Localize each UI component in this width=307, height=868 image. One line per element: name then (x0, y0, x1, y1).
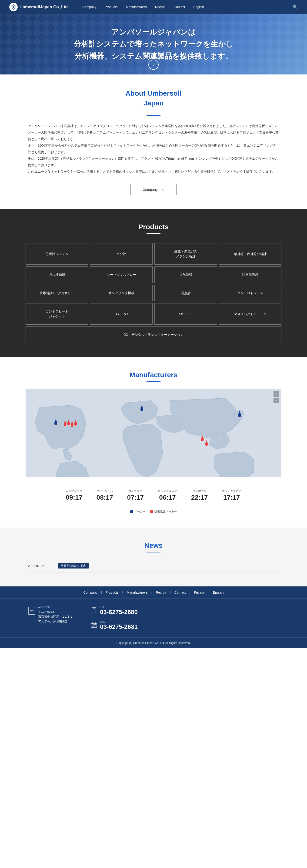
product-item[interactable]: 紫外線・赤外線分析計 (219, 243, 281, 265)
about-title: About Umbersoll Japan (28, 88, 279, 108)
legend-partner: 提携販売メーカー (150, 509, 177, 514)
legend-maker: メーカー (130, 509, 146, 514)
footer-nav-products[interactable]: Products (102, 591, 122, 594)
product-item[interactable]: Sxシール (155, 303, 217, 324)
svg-rect-21 (28, 607, 35, 615)
footer-contact: ADDRESS 〒104-0033 東京都中央区新川1-1-8-1 アステール茅… (0, 598, 307, 638)
header: UmbersollJapan Co.,Ltd. Company Products… (0, 0, 307, 14)
legend-partner-label: 提携販売メーカー (155, 509, 177, 514)
product-item[interactable]: マススペクトロメータ (219, 303, 281, 324)
fax-text: FAX 03-6275-2681 (100, 620, 138, 630)
world-map-svg (26, 389, 281, 477)
clock-calgary: カルガリー 07:17 (127, 489, 144, 501)
product-item[interactable]: コントロヒートジャケット (26, 303, 88, 324)
legend-maker-label: メーカー (134, 509, 146, 514)
fax-icon (91, 622, 97, 629)
footer-nav-contact[interactable]: Contact (171, 591, 189, 594)
footer-nav-english[interactable]: English (209, 591, 228, 594)
phone-icon (91, 607, 97, 615)
products-underline (146, 233, 161, 234)
map-nav: + − (274, 391, 279, 403)
product-item[interactable]: 水分計 (90, 243, 152, 265)
title-underline (146, 115, 161, 116)
search-icon[interactable]: 🔍 (293, 4, 298, 9)
nav-company[interactable]: Company (78, 0, 100, 14)
product-item[interactable]: Hデルタτ (90, 303, 152, 324)
hero-heading: アンバソールジャパンは 分析計システムで培ったネットワークを生かし 分析機器、シ… (74, 26, 234, 62)
product-item[interactable]: 酸素・未燃ガスメタン分析計 (155, 243, 217, 265)
world-map: + − (26, 389, 281, 477)
fax-number: 03-6275-2681 (100, 623, 138, 630)
nav-manufacturers[interactable]: Manufacturers (122, 0, 151, 14)
tel-text: TEL 03-6275-2680 (100, 606, 138, 616)
about-section: About Umbersoll Japan アンバソールジャパン株式会社は、エン… (0, 74, 307, 209)
hero-text: アンバソールジャパンは 分析計システムで培ったネットワークを生かし 分析機器、シ… (74, 26, 234, 62)
product-item[interactable]: サンプリング機器 (90, 285, 152, 301)
address-line1: 東京都中央区新川1-1-8-1 (38, 614, 72, 619)
product-item[interactable]: コントロトレース (219, 285, 281, 301)
product-item[interactable]: 計器保護箱 (219, 267, 281, 283)
product-item[interactable]: ガス検知器 (26, 267, 88, 283)
legend-partner-dot (150, 510, 153, 513)
manufacturers-title: Manufacturers (19, 371, 288, 379)
product-item[interactable]: 防爆電話&アクセサリー (26, 285, 88, 301)
hero-line2: 分析計システムで培ったネットワークを生かし (74, 40, 234, 48)
footer-nav-privacy[interactable]: Privacy (190, 591, 208, 594)
nav-recruit[interactable]: Recruit (151, 0, 170, 14)
product-item[interactable]: 加熱濾管 (155, 267, 217, 283)
news-badge: 事務所移転のご案内 (58, 563, 89, 568)
nav-english[interactable]: English (189, 0, 208, 14)
manufacturers-section: Manufacturers + − (0, 357, 307, 528)
legend-maker-dot (130, 510, 133, 513)
map-zoom-in[interactable]: + (274, 391, 279, 397)
clock-time-display: 08:17 (96, 494, 113, 501)
footer-nav-manufacturers[interactable]: Manufacturers (123, 591, 151, 594)
clock-time-display: 09:17 (66, 494, 82, 501)
address-line2: アステール茅場町6階 (38, 619, 72, 624)
copyright: Copyright (c) Umbersoll Japan Co.,Ltd. A… (0, 638, 307, 648)
address-label: ADDRESS (38, 606, 72, 609)
address-icon (28, 607, 35, 617)
clock-saudi: サウジアラビア 17:17 (222, 489, 241, 501)
product-item[interactable]: 露点計 (155, 285, 217, 301)
clock-time-display: 06:17 (158, 494, 177, 501)
tel-label: TEL (100, 606, 138, 609)
footer-fax: FAX 03-6275-2681 (91, 620, 138, 630)
map-legend: メーカー 提携販売メーカー (19, 509, 288, 514)
clock-city-label: リンボール (191, 489, 208, 493)
main-nav: Company Products Manufacturers Recruit C… (78, 0, 290, 14)
logo[interactable]: UmbersollJapan Co.,Ltd. (9, 3, 69, 11)
map-zoom-out[interactable]: − (274, 398, 279, 403)
news-underline (146, 552, 161, 553)
news-date: 2021.07.26 (28, 564, 51, 568)
chevron-down-icon: ∨ (152, 62, 156, 67)
footer-phones: TEL 03-6275-2680 FAX 03-6275-2681 (91, 606, 138, 630)
clock-stlouis: セントルイス 08:17 (96, 489, 113, 501)
about-title-line1: About Umbersoll (125, 89, 182, 97)
scroll-down-btn[interactable]: ∨ (148, 60, 159, 70)
product-item[interactable]: サーマルマスフロー (90, 267, 152, 283)
about-title-line2: Japan (143, 99, 164, 107)
product-item-dx[interactable]: DX－デジタルトランスフォーメーション (26, 327, 281, 343)
clock-city-label: サウジアラビア (222, 489, 241, 493)
manufacturers-underline (146, 381, 161, 382)
clocks-row: ニューヨーク 09:17 セントルイス 08:17 カルガリー 07:17 カル… (19, 484, 288, 506)
footer-address: ADDRESS 〒104-0033 東京都中央区新川1-1-8-1 アステール茅… (28, 606, 72, 624)
product-item[interactable]: 分析計システム (26, 243, 88, 265)
footer-nav-company[interactable]: Company (80, 591, 101, 594)
nav-products[interactable]: Products (100, 0, 122, 14)
nav-contact[interactable]: Contact (170, 0, 189, 14)
clock-time-display: 07:17 (127, 494, 144, 501)
clock-newyork: ニューヨーク 09:17 (66, 489, 82, 501)
news-item: 2021.07.26 事務所移転のご案内 (28, 559, 279, 572)
svg-point-31 (95, 624, 96, 625)
svg-rect-30 (92, 625, 95, 626)
hero-arrow[interactable]: ∨ (148, 60, 159, 70)
company-info-button[interactable]: Company Info (130, 184, 177, 195)
news-title: News (28, 541, 279, 550)
clock-time-display: 17:17 (222, 494, 241, 501)
about-body: アンバソールジャパン株式会社は、エンジニアリングコントラクターに対する分析システ… (28, 123, 279, 175)
products-section: Products 分析計システム 水分計 酸素・未燃ガスメタン分析計 紫外線・赤… (0, 209, 307, 357)
address-zip: 〒104-0033 (38, 610, 72, 614)
footer-nav-recruit[interactable]: Recruit (152, 591, 170, 594)
